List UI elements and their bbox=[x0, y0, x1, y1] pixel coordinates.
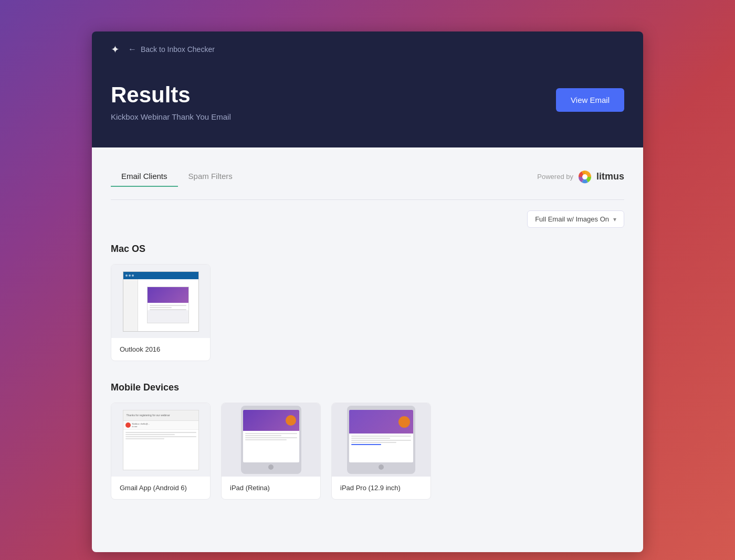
ipad-screen bbox=[243, 410, 299, 462]
gmail-body-lines bbox=[125, 432, 196, 439]
gmail-android-preview-area: Thanks for registering for our webinar K… bbox=[111, 403, 210, 477]
ipad-pro-line-4 bbox=[351, 442, 396, 443]
outlook-content-area bbox=[138, 279, 198, 331]
gmail-header-text: Thanks for registering for our webinar bbox=[127, 414, 170, 417]
outlook-2016-preview bbox=[111, 265, 210, 338]
ipad-retina-label: iPad (Retina) bbox=[222, 477, 320, 499]
outlook-sidebar bbox=[123, 279, 138, 331]
mobile-cards: Thanks for registering for our webinar K… bbox=[111, 403, 624, 500]
tabs-row: Email Clients Spam Filters Powered by bbox=[111, 166, 624, 187]
ipad-pro-line-5 bbox=[351, 444, 381, 445]
ipad-pro-preview-area bbox=[332, 403, 430, 477]
email-line-1 bbox=[150, 305, 186, 306]
ipad-pro-home-button bbox=[379, 464, 384, 470]
filter-row: Full Email w/ Images On ▾ bbox=[111, 210, 624, 228]
header-section: Results Kickbox Webinar Thank You Email … bbox=[92, 67, 643, 147]
powered-by-label: Powered by bbox=[537, 173, 573, 181]
gmail-android-mockup: Thanks for registering for our webinar K… bbox=[123, 410, 199, 470]
ipad-pro-line-3 bbox=[351, 440, 411, 441]
logo-icon: ✦ bbox=[111, 43, 120, 56]
ipad-line-3 bbox=[245, 437, 297, 438]
gmail-line-1 bbox=[125, 432, 196, 433]
email-mini-preview bbox=[147, 287, 189, 323]
ipad-pro-label: iPad Pro (12.9 inch) bbox=[332, 477, 430, 499]
email-card-ipad-pro[interactable]: iPad Pro (12.9 inch) bbox=[331, 403, 431, 500]
gmail-sender-name: Kickbox <hello@... bbox=[132, 422, 150, 425]
gmail-sender-sub: to me bbox=[132, 425, 150, 428]
tab-spam-filters[interactable]: Spam Filters bbox=[178, 166, 243, 187]
ipad-email-banner bbox=[243, 410, 299, 431]
ipad-pro-line-1 bbox=[351, 436, 411, 437]
section-mac-os: Mac OS bbox=[111, 244, 624, 361]
ipad-line-4 bbox=[245, 439, 287, 440]
outlook-dot-3 bbox=[132, 274, 134, 277]
ipad-line-1 bbox=[245, 433, 297, 434]
email-card-ipad-retina[interactable]: iPad (Retina) bbox=[221, 403, 321, 500]
ipad-line-2 bbox=[245, 435, 281, 436]
ipad-pro-line-2 bbox=[351, 438, 390, 439]
view-email-button[interactable]: View Email bbox=[556, 88, 624, 112]
email-line-3 bbox=[150, 309, 186, 310]
back-arrow-icon: ← bbox=[128, 45, 136, 54]
ipad-home-button bbox=[268, 464, 274, 470]
ipad-pro-screen bbox=[349, 410, 413, 462]
ipad-pro-email-banner bbox=[349, 410, 413, 434]
ipad-email-figure bbox=[286, 415, 296, 426]
gmail-line-3 bbox=[125, 436, 196, 437]
outlook-body bbox=[123, 279, 198, 331]
tabs-divider bbox=[111, 199, 624, 200]
gmail-header-bar: Thanks for registering for our webinar bbox=[123, 410, 198, 421]
litmus-logo-icon bbox=[578, 170, 592, 184]
ipad-email-body bbox=[243, 431, 299, 443]
gmail-sender-row: Kickbox <hello@... to me bbox=[123, 421, 198, 430]
top-nav: ✦ ← Back to Inbox Checker bbox=[92, 31, 643, 67]
section-mobile-devices: Mobile Devices Thanks for registering fo… bbox=[111, 382, 624, 500]
tab-email-clients[interactable]: Email Clients bbox=[111, 166, 178, 187]
outlook-preview-mockup bbox=[123, 271, 199, 332]
outlook-dot-1 bbox=[125, 274, 128, 277]
main-container: ✦ ← Back to Inbox Checker Results Kickbo… bbox=[92, 31, 643, 552]
gmail-line-4 bbox=[125, 438, 164, 439]
outlook-dot-2 bbox=[129, 274, 131, 277]
ipad-pro-mockup bbox=[347, 406, 415, 474]
gmail-android-label: Gmail App (Android 6) bbox=[111, 477, 210, 499]
content-area: Email Clients Spam Filters Powered by bbox=[92, 147, 643, 552]
ipad-mockup bbox=[241, 406, 301, 474]
filter-dropdown[interactable]: Full Email w/ Images On ▾ bbox=[527, 210, 624, 228]
back-link-label: Back to Inbox Checker bbox=[141, 45, 215, 54]
chevron-down-icon: ▾ bbox=[613, 216, 616, 223]
gmail-line-2 bbox=[125, 434, 175, 435]
gmail-avatar bbox=[125, 422, 131, 428]
powered-by: Powered by litmus bbox=[537, 170, 624, 184]
mac-os-cards: Outlook 2016 bbox=[111, 264, 624, 361]
email-text-area bbox=[148, 303, 188, 310]
filter-label: Full Email w/ Images On bbox=[535, 215, 609, 223]
email-card-outlook-2016[interactable]: Outlook 2016 bbox=[111, 264, 211, 361]
ipad-retina-preview-area bbox=[222, 403, 320, 477]
litmus-brand-label: litmus bbox=[596, 171, 624, 182]
email-card-gmail-android[interactable]: Thanks for registering for our webinar K… bbox=[111, 403, 211, 500]
email-banner bbox=[148, 287, 188, 303]
outlook-titlebar bbox=[123, 272, 198, 279]
page-title: Results bbox=[111, 83, 231, 107]
tabs: Email Clients Spam Filters bbox=[111, 166, 243, 187]
section-mobile-label: Mobile Devices bbox=[111, 382, 624, 393]
svg-point-1 bbox=[582, 174, 587, 179]
ipad-pro-figure bbox=[398, 416, 410, 428]
email-subject: Kickbox Webinar Thank You Email bbox=[111, 112, 231, 121]
gmail-email-content bbox=[123, 430, 198, 470]
ipad-pro-email-body bbox=[349, 434, 413, 448]
header-text: Results Kickbox Webinar Thank You Email bbox=[111, 83, 231, 121]
section-mac-os-label: Mac OS bbox=[111, 244, 624, 255]
gmail-sender-info: Kickbox <hello@... to me bbox=[132, 422, 150, 428]
email-line-2 bbox=[150, 307, 172, 308]
back-to-inbox-link[interactable]: ← Back to Inbox Checker bbox=[128, 45, 215, 54]
outlook-2016-label: Outlook 2016 bbox=[111, 338, 210, 361]
